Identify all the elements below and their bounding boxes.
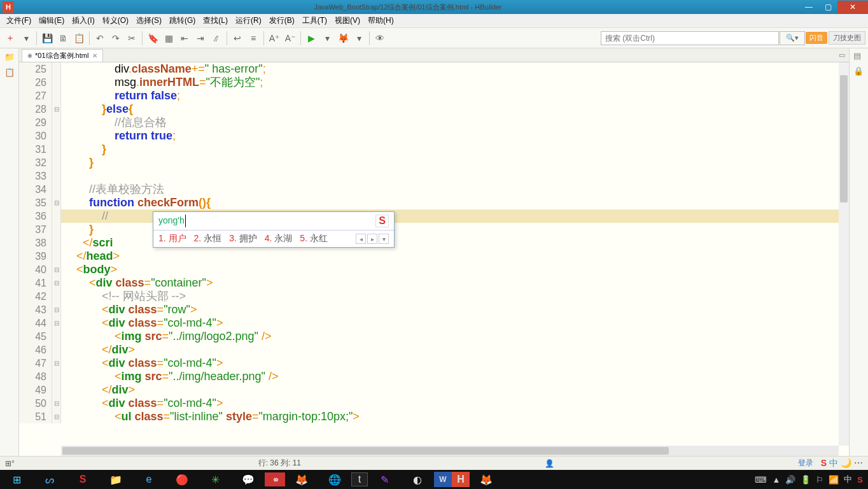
network-icon[interactable]: 📶 <box>829 475 839 485</box>
cut-button[interactable]: ✂ <box>124 31 139 46</box>
browser-dropdown[interactable]: ▾ <box>351 31 367 46</box>
fold-gutter[interactable] <box>52 383 61 397</box>
fold-gutter[interactable] <box>52 156 61 169</box>
fold-gutter[interactable] <box>52 76 61 89</box>
code-line[interactable]: 48 <img src="../img/header.png" /> <box>19 370 849 383</box>
code-text[interactable]: } <box>61 223 94 236</box>
firefox-1-icon[interactable]: 🦊 <box>285 470 318 489</box>
fold-gutter[interactable]: ⊟ <box>52 196 61 209</box>
ie-icon[interactable]: e <box>132 470 165 489</box>
undo-button[interactable]: ↶ <box>92 31 108 46</box>
eclipse-icon[interactable]: ◐ <box>401 470 434 489</box>
code-text[interactable]: <div class="col-md-4"> <box>61 397 223 410</box>
code-text[interactable]: </head> <box>61 250 120 263</box>
code-text[interactable]: div.className+=" has-error"; <box>61 62 266 76</box>
fold-gutter[interactable]: ⊟ <box>52 316 61 330</box>
code-line[interactable]: 25 div.className+=" has-error"; <box>19 62 849 76</box>
menu-item[interactable]: 工具(T) <box>298 14 331 27</box>
fold-gutter[interactable] <box>52 209 61 223</box>
fold-gutter[interactable]: ⊟ <box>52 410 61 423</box>
code-line[interactable]: 49 </div> <box>19 383 849 397</box>
code-text[interactable]: return false; <box>61 89 180 103</box>
start-button[interactable]: ⊞ <box>0 470 33 489</box>
code-line[interactable]: 47⊟ <div class="col-md-4"> <box>19 357 849 370</box>
fold-gutter[interactable] <box>52 183 61 196</box>
explorer-icon[interactable]: 📁 <box>99 470 132 489</box>
project-icon[interactable]: 📁 <box>4 51 15 62</box>
browser-button[interactable]: 🦊 <box>335 31 351 46</box>
maximize-button[interactable]: ▢ <box>818 1 837 13</box>
code-text[interactable]: <body> <box>61 263 117 276</box>
ime-pager[interactable]: ◂▸▾ <box>356 234 389 244</box>
font-smaller-button[interactable]: A⁻ <box>283 31 298 46</box>
taskbar-app-4[interactable]: ✳ <box>199 470 232 489</box>
minimize-button[interactable]: — <box>799 1 818 13</box>
search-dropdown[interactable]: 🔍▾ <box>780 31 805 45</box>
format-button[interactable]: ≡ <box>246 31 261 46</box>
code-line[interactable]: 40⊟ <body> <box>19 263 849 276</box>
badge-a[interactable]: 闪音 <box>806 32 827 44</box>
outdent-button[interactable]: ⇥ <box>193 31 208 46</box>
close-button[interactable]: ✕ <box>837 1 868 13</box>
ime-lang-icon[interactable]: 中 <box>829 458 838 469</box>
fold-gutter[interactable] <box>52 62 61 76</box>
code-text[interactable]: </scri <box>61 236 113 250</box>
menu-item[interactable]: 视图(V) <box>331 14 364 27</box>
code-text[interactable]: <div class="col-md-4"> <box>61 357 223 370</box>
code-text[interactable]: <div class="container"> <box>61 276 213 290</box>
keyboard-icon[interactable]: ⌨ <box>755 475 767 485</box>
menu-item[interactable]: 文件(F) <box>3 14 35 27</box>
taskbar-app-5[interactable]: 💬 <box>232 470 265 489</box>
menu-item[interactable]: 运行(R) <box>232 14 265 27</box>
code-line[interactable]: 51⊟ <ul class="list-inline" style="margi… <box>19 410 849 423</box>
tray-up-icon[interactable]: ▲ <box>772 475 780 485</box>
menu-item[interactable]: 编辑(E) <box>35 14 68 27</box>
fold-gutter[interactable]: ⊟ <box>52 303 61 316</box>
menu-item[interactable]: 跳转(G) <box>165 14 199 27</box>
menu-item[interactable]: 插入(I) <box>68 14 98 27</box>
moon-icon[interactable]: 🌙 <box>841 458 851 469</box>
code-line[interactable]: 33 <box>19 169 849 183</box>
indent-button[interactable]: ⇤ <box>177 31 192 46</box>
code-text[interactable] <box>61 169 67 183</box>
ime-candidate[interactable]: 3. 拥护 <box>229 233 257 244</box>
code-text[interactable]: //表单校验方法 <box>61 183 164 196</box>
code-text[interactable]: msg.innerHTML="不能为空"; <box>61 76 263 89</box>
wrap-button[interactable]: ↩ <box>230 31 245 46</box>
font-larger-button[interactable]: A⁺ <box>267 31 282 46</box>
fold-gutter[interactable] <box>52 330 61 343</box>
restore-icon[interactable]: ▭ <box>839 51 849 59</box>
code-text[interactable]: return true; <box>61 129 176 143</box>
code-line[interactable]: 41⊟ <div class="container"> <box>19 276 849 290</box>
fold-gutter[interactable] <box>52 129 61 143</box>
code-line[interactable]: 32 } <box>19 156 849 169</box>
menu-item[interactable]: 查找(L) <box>199 14 232 27</box>
code-text[interactable]: }else{ <box>61 103 133 116</box>
fold-gutter[interactable] <box>52 223 61 236</box>
code-line[interactable]: 29 //信息合格 <box>19 116 849 129</box>
code-line[interactable]: 36 // <box>19 209 849 223</box>
code-text[interactable]: } <box>61 156 94 169</box>
code-line[interactable]: 45 <img src="../img/logo2.png" /> <box>19 330 849 343</box>
code-line[interactable]: 37 } <box>19 223 849 236</box>
bookmark-button[interactable]: 🔖 <box>145 31 160 46</box>
code-text[interactable]: // <box>61 209 108 223</box>
redo-button[interactable]: ↷ <box>108 31 123 46</box>
fold-gutter[interactable]: ⊟ <box>52 103 61 116</box>
code-line[interactable]: 31 } <box>19 143 849 156</box>
new-dropdown[interactable]: ▾ <box>18 31 34 46</box>
fold-gutter[interactable] <box>52 236 61 250</box>
fold-gutter[interactable] <box>52 89 61 103</box>
vertical-scrollbar[interactable] <box>839 62 849 446</box>
lock-icon[interactable]: 🔒 <box>853 66 865 78</box>
sogou-tray-icon[interactable]: S <box>821 458 827 469</box>
code-text[interactable]: } <box>61 143 106 156</box>
xampp-icon[interactable]: ထ <box>265 472 285 486</box>
more-icon[interactable]: ⋯ <box>854 458 863 469</box>
menu-item[interactable]: 选择(S) <box>132 14 165 27</box>
copy-button[interactable]: 📋 <box>71 31 87 46</box>
ime-candidate[interactable]: 4. 永湖 <box>265 233 293 244</box>
fold-gutter[interactable] <box>52 116 61 129</box>
code-line[interactable]: 42 <!-- 网站头部 --> <box>19 290 849 303</box>
code-line[interactable]: 44⊟ <div class="col-md-4"> <box>19 316 849 330</box>
